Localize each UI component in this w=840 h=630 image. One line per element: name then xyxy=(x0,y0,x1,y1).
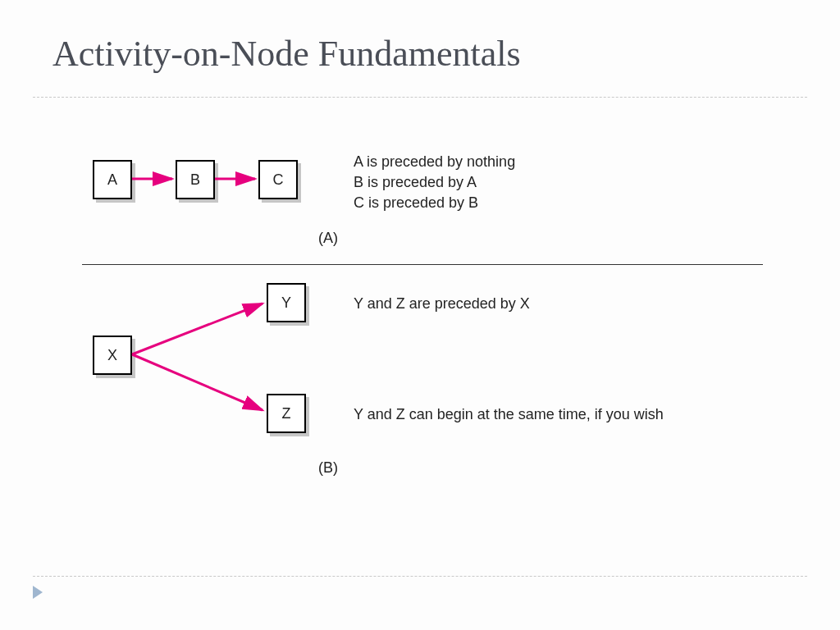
diagram-a-description: A is preceded by nothing B is preceded b… xyxy=(354,152,515,214)
footer-divider xyxy=(33,576,807,577)
node-x: X xyxy=(93,336,132,375)
diagram-b-description-top: Y and Z are preceded by X xyxy=(354,294,530,314)
diagram-b-label: (B) xyxy=(318,459,338,477)
page-title: Activity-on-Node Fundamentals xyxy=(52,33,521,75)
node-c: C xyxy=(258,160,298,199)
arrow-x-to-z xyxy=(132,354,262,410)
play-bullet-icon xyxy=(33,586,43,599)
diagram-a-label: (A) xyxy=(318,230,338,247)
node-z: Z xyxy=(267,394,306,433)
arrow-x-to-y xyxy=(132,304,262,354)
title-divider xyxy=(33,97,807,98)
section-divider xyxy=(82,264,763,265)
node-b: B xyxy=(176,160,215,199)
arrows-layer xyxy=(0,0,840,630)
node-a: A xyxy=(93,160,132,199)
diagram-b-description-bottom: Y and Z can begin at the same time, if y… xyxy=(354,404,664,425)
node-y: Y xyxy=(267,283,306,322)
